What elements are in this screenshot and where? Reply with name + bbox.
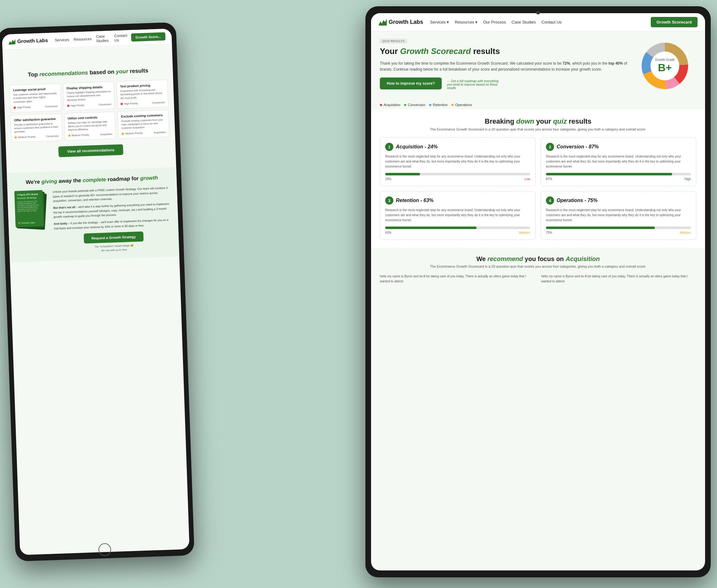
- donut-center: Growth Grade B+: [655, 58, 675, 74]
- quad-bar-footer-retention: 63% Medium: [385, 231, 530, 234]
- rec-card-1-desc: Use customer reviews and testimonials to…: [13, 91, 58, 104]
- quad-bar-wrap-conversion: [546, 173, 691, 175]
- book-sub-text: 8 types of research, 60+ recommendations…: [17, 200, 41, 212]
- right-nav-services[interactable]: Services ▾: [430, 20, 449, 24]
- quad-desc-retention: Research is the most neglected step for …: [385, 208, 530, 223]
- left-nav-cta[interactable]: Growth Score...: [131, 32, 165, 42]
- quad-bar-conversion: [546, 173, 672, 175]
- nav-link-casestudies[interactable]: Case Studies: [96, 34, 110, 43]
- priority-dot: [14, 106, 16, 109]
- request-strategy-button[interactable]: Request a Growth Strategy: [84, 232, 143, 244]
- rec-card-6-category: Acquisition: [154, 131, 166, 134]
- right-main-content: Growth Labs Services ▾ Resources ▾ Our P…: [371, 13, 705, 570]
- rec-card-4-footer: Medium Priority Conversion: [15, 134, 59, 139]
- logo-icon: [8, 39, 16, 45]
- view-all-button[interactable]: View all recommendations: [58, 144, 124, 157]
- quad-num-2: 2: [546, 143, 554, 151]
- legend-dot-operations: [451, 104, 454, 106]
- breakdown-section: Breaking down your quiz results The Ecom…: [371, 109, 705, 248]
- nav-link-services[interactable]: Services: [55, 37, 69, 42]
- giving-p3: And lastly – if you like the strategy – …: [54, 218, 173, 231]
- donut-chart-container: Growth Grade B+: [634, 38, 696, 94]
- right-nav-links: Services ▾ Resources ▾ Our Process Case …: [430, 20, 647, 24]
- right-logo-icon: [378, 19, 387, 26]
- hero-section: QUIZ RESULTS Your Growth Scorecard resul…: [371, 31, 705, 100]
- rec-card-3: Test product pricing Experiment with inc…: [117, 80, 169, 109]
- rec-card-2-category: Conversion: [99, 103, 111, 106]
- rec-card-3-footer: High Priority Conversion: [121, 101, 165, 105]
- cta-note: Get a full roadmap with everything you n…: [447, 79, 503, 90]
- left-nav-logo[interactable]: Growth Labs: [8, 38, 48, 45]
- rec-card-2-priority: High Priority: [67, 104, 84, 107]
- left-main-content: Top recommendations based on your result…: [3, 60, 177, 173]
- quad-bar-retention: [385, 227, 476, 229]
- book-logo: 🌱 Growth Labs: [18, 222, 35, 225]
- rec-card-2-title: Display shipping details: [66, 85, 111, 90]
- rec-card-3-priority: High Priority: [121, 102, 138, 105]
- rec-card-5-desc: Setting cost caps on campaign bids allow…: [68, 120, 112, 132]
- right-nav-case[interactable]: Case Studies: [511, 20, 536, 24]
- recommend-two-col: hello my name is Byron and lw ill be tak…: [380, 274, 696, 284]
- rec-card-3-title: Test product pricing: [120, 83, 164, 88]
- rec-card-3-category: Conversion: [152, 101, 165, 104]
- right-nav-logo[interactable]: Growth Labs: [378, 19, 423, 26]
- quad-card-retention-header: 3 Retention - 63%: [385, 196, 530, 205]
- hero-title: Your Growth Scorecard results: [380, 46, 627, 57]
- nav-link-contact[interactable]: Contact Us: [114, 33, 127, 42]
- quad-bar-wrap-acquisition: [385, 173, 530, 175]
- giving-p2: But that's not all – we'll take it a ste…: [53, 202, 172, 219]
- donut-grade-value: B+: [655, 62, 675, 74]
- quad-bar-operations: [546, 227, 655, 229]
- right-nav-resources[interactable]: Resources ▾: [454, 20, 477, 24]
- quad-card-operations-header: 4 Operations - 75%: [546, 196, 691, 205]
- right-nav-process[interactable]: Our Process: [483, 20, 506, 24]
- legend-acquisition: Acquisition: [380, 103, 400, 107]
- quad-bar-wrap-operations: [546, 227, 691, 229]
- priority-dot: [122, 133, 124, 135]
- rec-card-6-title: Exclude existing customers: [121, 113, 165, 118]
- quad-title-conversion: Conversion - 87%: [557, 144, 599, 150]
- recommend-title: We recommend you focus on Acquisition: [380, 255, 696, 262]
- quad-title-operations: Operations - 75%: [557, 198, 598, 203]
- quad-desc-conversion: Research is the most neglected step for …: [546, 154, 691, 169]
- rec-card-1-priority: High Priority: [14, 106, 31, 109]
- priority-dot: [68, 134, 70, 137]
- rec-card-1-footer: High Priority Conversion: [14, 105, 58, 109]
- giving-section: We're giving away the complete roadmap f…: [7, 167, 180, 262]
- rec-card-1-title: Leverage social proof: [13, 87, 57, 92]
- book-title-line1: 7-Figure DTC Brand: [17, 193, 40, 196]
- recommend-desc: The Ecommerce Growth Scorecard is a 20 q…: [380, 265, 696, 268]
- hero-text: QUIZ RESULTS Your Growth Scorecard resul…: [380, 38, 627, 90]
- priority-dot: [121, 103, 123, 105]
- category-grid: 1 Acquisition - 24% Research is the most…: [380, 138, 696, 240]
- quad-card-conversion: 2 Conversion - 87% Research is the most …: [540, 138, 696, 186]
- rec-card-6: Exclude existing customers Exclude exist…: [117, 109, 169, 139]
- rec-card-5-footer: Medium Priority Acquisition: [68, 133, 112, 137]
- rec-card-2: Display shipping details Clearly highlig…: [63, 82, 115, 111]
- quiz-badge: QUIZ RESULTS: [380, 39, 407, 44]
- rec-card-1: Leverage social proof Use customer revie…: [9, 83, 62, 113]
- nav-link-resources[interactable]: Resources: [74, 37, 92, 42]
- camera-notch: [536, 10, 540, 15]
- rec-card-5-priority: Medium Priority: [68, 134, 89, 137]
- rec-card-2-footer: High Priority Conversion: [67, 103, 111, 107]
- rec-card-5-title: Utilize cost controls: [67, 115, 112, 120]
- right-screen: Growth Labs Services ▾ Resources ▾ Our P…: [371, 13, 705, 570]
- right-nav-contact[interactable]: Contact Us: [541, 20, 561, 24]
- left-screen: Growth Labs Services Resources Case Stud…: [2, 28, 190, 555]
- rec-card-1-category: Conversion: [45, 105, 58, 108]
- rec-card-5: Utilize cost controls Setting cost caps …: [64, 111, 116, 141]
- legend-retention: Retention: [429, 103, 448, 107]
- giving-body-text: Unlock your brands potential with a FREE…: [53, 186, 173, 255]
- quad-card-conversion-header: 2 Conversion - 87%: [546, 143, 691, 151]
- legend-conversion: Conversion: [404, 103, 425, 107]
- improve-score-button[interactable]: How to improve my score?: [380, 78, 442, 89]
- recommendations-grid: Leverage social proof Use customer revie…: [9, 80, 169, 143]
- left-tablet: Growth Labs Services Resources Case Stud…: [0, 22, 194, 562]
- rec-card-4: Offer satisfaction guarantee Provide a s…: [11, 113, 62, 143]
- recommend-col2: hello my name is Byron and lw ill be tak…: [541, 274, 696, 284]
- quad-card-retention: 3 Retention - 63% Research is the most n…: [380, 191, 536, 240]
- home-button[interactable]: [98, 543, 111, 556]
- left-nav-links: Services Resources Case Studies Contact …: [55, 33, 127, 45]
- right-nav-cta[interactable]: Growth Scorecard: [651, 17, 698, 27]
